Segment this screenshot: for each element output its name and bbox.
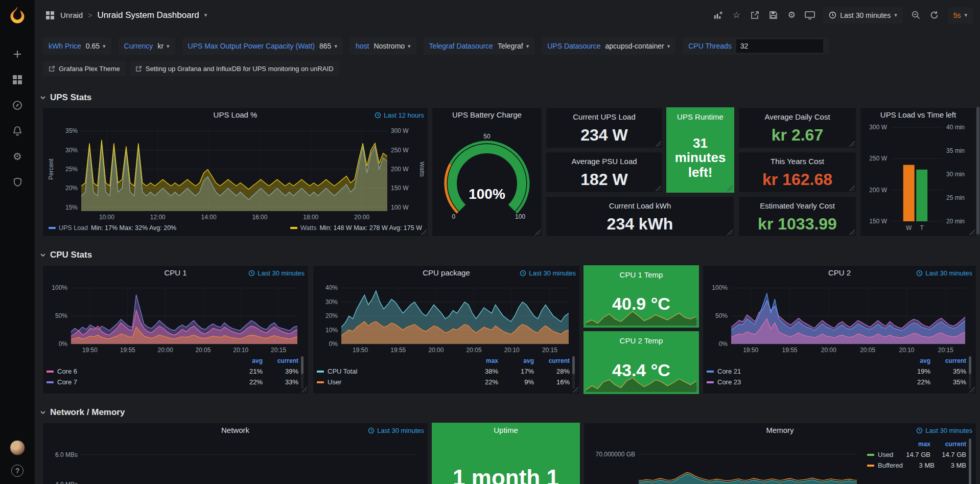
legend-scrollbar-thumb[interactable]	[969, 439, 971, 484]
panel-title[interactable]: Uptime	[432, 423, 579, 437]
ups-load-chart[interactable]: 15%20%25%30%35%Percent100 W150 W200 W250…	[46, 122, 424, 222]
svg-text:19:50: 19:50	[743, 347, 758, 354]
panel-title[interactable]: UPS Load %	[43, 108, 428, 122]
alerting-bell-icon[interactable]	[11, 125, 24, 137]
legend-row[interactable]: Core 621%39%	[46, 366, 298, 377]
legend-column-header[interactable]: max	[895, 441, 930, 448]
stat-title[interactable]: Estimated Yearly Cost	[739, 201, 856, 210]
panel-cpu-package: CPU package Last 30 minutes 0%10%20%30%4…	[313, 265, 580, 394]
save-icon[interactable]	[768, 10, 778, 20]
legend-scrollbar-thumb[interactable]	[969, 356, 971, 374]
cpu1-chart[interactable]: 0%50%100%19:5019:5520:0020:0520:1020:15	[46, 280, 305, 355]
network-chart[interactable]: 6.0 MBs4.0 MBs2.0 MBs	[46, 437, 424, 484]
configuration-gear-icon[interactable]: ⚙	[11, 150, 24, 163]
series-name: User	[328, 378, 341, 386]
legend-item[interactable]: WattsMin: 148 W Max: 278 W Avg: 175 W	[290, 224, 422, 232]
server-admin-shield-icon[interactable]	[11, 176, 24, 188]
dashboards-icon[interactable]	[11, 74, 24, 86]
cycle-view-monitor-icon[interactable]	[805, 10, 815, 20]
variable-value-dropdown[interactable]: 0.65▾	[86, 42, 106, 50]
time-range-badge[interactable]: Last 30 minutes	[517, 266, 576, 280]
stat-title[interactable]: Average PSU Load	[546, 157, 662, 166]
add-panel-icon[interactable]	[713, 10, 723, 20]
legend-row[interactable]: Core 2119%35%	[707, 366, 966, 377]
explore-compass-icon[interactable]	[11, 99, 24, 111]
star-icon[interactable]: ☆	[731, 10, 741, 20]
svg-text:14:00: 14:00	[201, 214, 217, 221]
dashboard-title-caret-icon[interactable]: ▾	[204, 12, 207, 18]
breadcrumb-app[interactable]: Unraid	[60, 11, 83, 19]
breadcrumb-dashboard-title[interactable]: Unraid System Dashboard	[97, 10, 199, 20]
stat-title[interactable]: Average Daily Cost	[739, 112, 856, 121]
variable-value-dropdown[interactable]: apcupsd-container▾	[605, 42, 670, 50]
create-plus-icon[interactable]	[11, 48, 24, 60]
legend-row[interactable]: Used14.7 GB14.7 GB	[867, 449, 966, 460]
memory-chart[interactable]: 70.000000 GB60.000000 GB50.000000 GB	[588, 437, 864, 484]
section-network-memory[interactable]: Network / Memory	[40, 407, 125, 418]
stat-title[interactable]: CPU 1 Temp	[584, 270, 698, 279]
cpu2-chart[interactable]: 0%50%100%19:5019:5520:0020:0520:1020:15	[707, 280, 972, 355]
legend-column-header[interactable]: current	[263, 357, 298, 364]
variable-value-dropdown[interactable]: 865▾	[319, 42, 337, 50]
section-cpu-stats[interactable]: CPU Stats	[40, 250, 92, 260]
page-scrollbar[interactable]	[976, 30, 979, 484]
refresh-icon[interactable]	[929, 10, 940, 20]
svg-text:12:00: 12:00	[150, 214, 166, 221]
user-avatar[interactable]	[10, 440, 25, 455]
time-range-badge[interactable]: Last 12 hours	[371, 108, 424, 122]
panel-cpu1: CPU 1 Last 30 minutes 0%50%100%19:5019:5…	[42, 265, 309, 394]
ups-load-time-left-chart[interactable]: 300 W250 W200 W150 W40 min35 min30 min25…	[864, 122, 972, 234]
time-range-badge[interactable]: Last 30 minutes	[913, 423, 972, 437]
legend-row[interactable]: User22%9%16%	[317, 377, 570, 387]
panel-title[interactable]: UPS Battery Charge	[432, 108, 542, 122]
cpu-package-chart[interactable]: 0%10%20%30%40%19:5019:5520:0020:0520:102…	[317, 280, 576, 355]
time-range-picker[interactable]: Last 30 minutes ▾	[823, 7, 902, 24]
panel-title[interactable]: UPS Load vs Time left	[860, 108, 976, 122]
legend-column-header[interactable]: avg	[895, 357, 930, 364]
time-range-badge[interactable]: Last 30 minutes	[365, 423, 424, 437]
legend-value: 14.7 GB	[895, 451, 930, 458]
time-range-badge[interactable]: Last 30 minutes	[913, 266, 972, 280]
stat-title[interactable]: CPU 2 Temp	[584, 336, 698, 345]
time-range-badge[interactable]: Last 30 minutes	[245, 266, 305, 280]
legend-column-header[interactable]: current	[534, 357, 570, 364]
legend-column-header[interactable]: avg	[498, 357, 534, 364]
stat-title[interactable]: This Years Cost	[739, 157, 856, 166]
series-name: Watts	[300, 224, 316, 232]
legend-item[interactable]: UPS LoadMin: 17% Max: 32% Avg: 20%	[49, 224, 176, 232]
svg-text:35 min: 35 min	[946, 147, 965, 154]
link-ups-monitoring-guide[interactable]: Setting up Grafana and InfluxDB for UPS …	[130, 61, 339, 76]
zoom-out-icon[interactable]	[911, 10, 921, 20]
stat-title[interactable]: UPS Runtime	[667, 112, 734, 121]
variable-value-dropdown[interactable]: Nostromo▾	[374, 42, 410, 50]
legend-row[interactable]: Core 2322%35%	[707, 377, 966, 387]
help-icon[interactable]: ?	[11, 465, 24, 477]
legend-scrollbar[interactable]	[969, 439, 971, 484]
link-grafana-plex-theme[interactable]: Grafana Plex Theme	[43, 61, 126, 76]
stat-title[interactable]: Current Load kWh	[546, 201, 734, 210]
legend-scrollbar[interactable]	[301, 356, 304, 389]
legend-column-header[interactable]: avg	[227, 357, 263, 364]
legend-scrollbar-thumb[interactable]	[572, 356, 575, 374]
page-scrollbar-thumb[interactable]	[976, 107, 979, 235]
variable-value-dropdown[interactable]: kr▾	[157, 42, 169, 50]
grafana-logo[interactable]	[7, 5, 28, 26]
legend-column-header[interactable]: current	[930, 357, 966, 364]
dashboard-grid-icon[interactable]	[45, 10, 55, 20]
panel-memory: Memory Last 30 minutes 70.000000 GB60.00…	[584, 423, 976, 484]
legend-scrollbar-thumb[interactable]	[301, 356, 304, 374]
stat-title[interactable]: Current UPS Load	[546, 112, 662, 121]
share-icon[interactable]	[750, 10, 760, 20]
legend-row[interactable]: Core 722%33%	[46, 377, 298, 387]
dashboard-settings-gear-icon[interactable]: ⚙	[786, 10, 797, 20]
refresh-interval-picker[interactable]: 5s ▾	[948, 7, 973, 24]
legend-row[interactable]: Buffered3 MB3 MB	[867, 460, 966, 471]
legend-scrollbar[interactable]	[969, 356, 971, 389]
variable-value-dropdown[interactable]: Telegraf▾	[498, 42, 529, 50]
legend-column-header[interactable]: max	[462, 357, 498, 364]
section-ups-stats[interactable]: UPS Stats	[40, 93, 91, 103]
cpu-threads-input[interactable]	[736, 39, 823, 53]
legend-scrollbar[interactable]	[572, 356, 575, 389]
legend-row[interactable]: CPU Total38%17%28%	[317, 366, 570, 377]
legend-column-header[interactable]: current	[930, 441, 966, 448]
